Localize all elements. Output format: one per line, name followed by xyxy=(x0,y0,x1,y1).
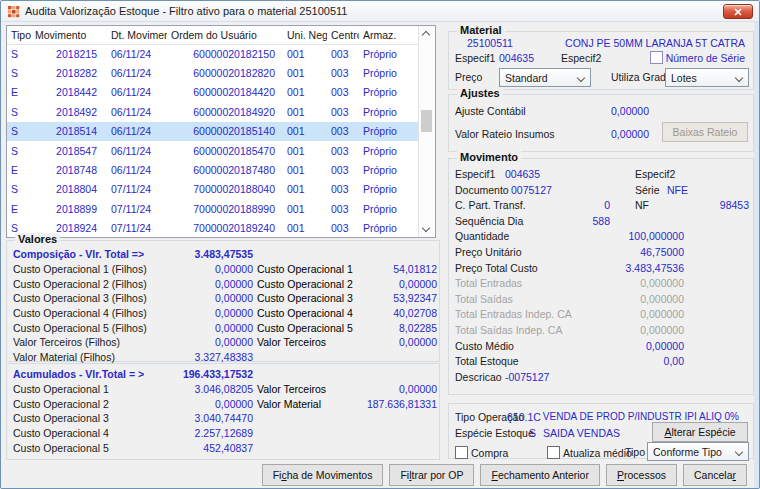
cell-centro: 003 xyxy=(327,222,359,234)
table-row[interactable]: E201874806/11/2460000020187480001003Próp… xyxy=(7,160,419,179)
button-label: trar por OP xyxy=(412,469,464,481)
cancelar-button[interactable]: Cancelar xyxy=(683,464,747,486)
cell-ordem: 60000020187480 xyxy=(167,164,283,176)
label: Preço Total Custo xyxy=(455,261,538,277)
material-code-row: 25100511 CONJ PE 50MM LARANJA 5T CATRA xyxy=(449,36,753,50)
cell-tipo: S xyxy=(7,48,31,60)
cell-tipo: S xyxy=(7,106,31,118)
table-row[interactable]: S201854706/11/2460000020185470001003Próp… xyxy=(7,141,419,160)
value: 0,000000 xyxy=(640,276,684,292)
especie-desc: SAIDA VENDAS xyxy=(543,426,620,440)
cell-armaz: Próprio xyxy=(359,203,419,215)
atualiza-medio-field: Atualiza médio xyxy=(547,446,632,460)
filtrar-por-op-button[interactable]: Filtrar por OP xyxy=(389,464,474,486)
cell-centro: 003 xyxy=(327,164,359,176)
value: 8,02285 xyxy=(365,322,437,334)
value: 53,92347 xyxy=(365,292,437,304)
cell-movimento: 2018748 xyxy=(31,164,105,176)
especie-code: S xyxy=(529,426,536,440)
cell-ordem: 60000020184420 xyxy=(167,86,283,98)
especif2-label: Especif2 xyxy=(561,51,601,65)
cell-tipo: S xyxy=(7,145,31,157)
value: 0,00000 xyxy=(365,278,437,290)
mov-documento-row: Documento0075127SérieNFE xyxy=(449,183,753,199)
table-row-selected[interactable]: S201851406/11/2460000020185140001003Próp… xyxy=(7,122,419,141)
vertical-scrollbar[interactable] xyxy=(418,26,435,237)
table-row[interactable]: S201849206/11/2460000020184920001003Próp… xyxy=(7,102,419,121)
cell-dt: 07/11/24 xyxy=(105,183,167,195)
cell-dt: 06/11/24 xyxy=(105,145,167,157)
table-row[interactable]: S201828206/11/2460000020182820001003Próp… xyxy=(7,63,419,82)
col-header-uni-neg: Uni. Neg. xyxy=(283,29,327,41)
valores-group-title: Valores xyxy=(15,233,60,245)
label: Total Saídas Indep. CA xyxy=(455,323,562,339)
label: Custo Operacional 2 (Filhos) xyxy=(13,278,173,290)
window-title: Audita Valorização Estoque - Filtro ativ… xyxy=(25,5,347,17)
col-header-centro: Centro xyxy=(327,29,359,41)
mov-sequencia-row: Sequência Dia588 xyxy=(449,214,753,230)
preco-select[interactable]: Standard xyxy=(499,68,591,87)
value: 0,00000 xyxy=(173,398,253,410)
cell-centro: 003 xyxy=(327,145,359,157)
table-row[interactable]: E201844206/11/2460000020184420001003Próp… xyxy=(7,83,419,102)
value: 46,75000 xyxy=(640,245,684,261)
especif2-label: Especif2 xyxy=(635,167,675,183)
cell-uni: 001 xyxy=(283,106,327,118)
cell-uni: 001 xyxy=(283,125,327,137)
value: 187.636,81331 xyxy=(365,398,437,410)
valor-rateio-value: 0,00000 xyxy=(549,127,649,141)
close-button[interactable] xyxy=(723,4,753,19)
compra-checkbox[interactable] xyxy=(455,446,468,459)
cell-movimento: 2018282 xyxy=(31,67,105,79)
especif1-label: Especif1 xyxy=(455,168,495,180)
acumulados-group: Acumulados - Vlr.Total = >196.433,17532 … xyxy=(6,363,440,460)
table-row[interactable]: S201892407/11/2470000020189240001003Próp… xyxy=(7,219,419,238)
nf-value: 98453 xyxy=(649,198,749,214)
mov-especif-row: Especif1004635Especif2 xyxy=(449,167,753,183)
cpart-value: 0 xyxy=(549,198,610,214)
atualiza-medio-checkbox[interactable] xyxy=(547,446,560,459)
chevron-down-icon xyxy=(735,74,743,82)
col-header-tipo: Tipo xyxy=(7,29,31,41)
table-row[interactable]: S201821506/11/2460000020182150001003Próp… xyxy=(7,44,419,63)
value: 3.483,47536 xyxy=(626,261,684,277)
mov-row: Total Entradas0,000000 xyxy=(449,276,753,292)
label: Preço Unitário xyxy=(455,245,522,261)
fechamento-anterior-button[interactable]: Fechamento Anterior xyxy=(480,464,599,486)
numero-serie-checkbox[interactable] xyxy=(650,51,663,64)
cell-tipo: S xyxy=(7,125,31,137)
label: Custo Operacional 3 xyxy=(253,292,365,304)
cell-centro: 003 xyxy=(327,125,359,137)
utiliza-grade-select[interactable]: Lotes xyxy=(665,68,749,87)
scroll-up-icon[interactable] xyxy=(422,31,430,39)
label: Total Saídas xyxy=(455,292,513,308)
label: Valor Terceiros xyxy=(253,383,365,395)
alterar-especie-button[interactable]: Alterar Espécie xyxy=(652,422,748,442)
cell-tipo: E xyxy=(7,203,31,215)
scrollbar-thumb[interactable] xyxy=(421,110,432,132)
valores-row: Custo Operacional 1 (Filhos)0,00000Custo… xyxy=(7,262,439,277)
ajuste-contabil-value: 0,00000 xyxy=(549,104,649,118)
cell-armaz: Próprio xyxy=(359,164,419,176)
movimento-group: Movimento Especif1004635Especif2 Documen… xyxy=(448,158,754,395)
table-row[interactable]: S201880407/11/2470000020188040001003Próp… xyxy=(7,180,419,199)
cell-uni: 001 xyxy=(283,164,327,176)
tipo-select[interactable]: Conforme Tipo xyxy=(647,442,749,461)
movements-table: Tipo Movimento Dt. Movimento Ordem do Us… xyxy=(6,25,436,238)
value: 0,00000 xyxy=(365,336,437,348)
cell-armaz: Próprio xyxy=(359,106,419,118)
mov-row: Quantidade100,000000 xyxy=(449,229,753,245)
value: 0,000000 xyxy=(640,292,684,308)
title-bar[interactable]: Audita Valorização Estoque - Filtro ativ… xyxy=(1,1,759,22)
table-row[interactable]: E201889907/11/2470000020188990001003Próp… xyxy=(7,199,419,218)
label: Custo Operacional 4 (Filhos) xyxy=(13,307,173,319)
grade-selected-value: Lotes xyxy=(671,71,697,85)
cell-ordem: 70000020188040 xyxy=(167,183,283,195)
value: 0,00000 xyxy=(173,336,253,348)
value: 0,00000 xyxy=(173,263,253,275)
scroll-down-icon[interactable] xyxy=(422,224,430,232)
material-group: Material 25100511 CONJ PE 50MM LARANJA 5… xyxy=(448,31,754,90)
valores-row: Custo Operacional 2 (Filhos)0,00000Custo… xyxy=(7,276,439,291)
processos-button[interactable]: Processos xyxy=(606,464,677,486)
ficha-de-movimentos-button[interactable]: Ficha de Movimentos xyxy=(262,464,384,486)
